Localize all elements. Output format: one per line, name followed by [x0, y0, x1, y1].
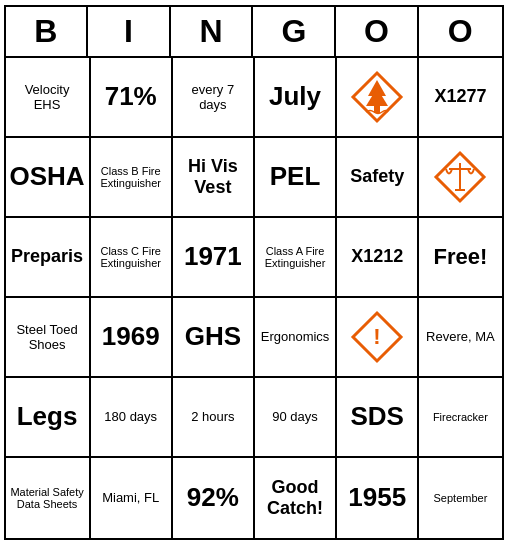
cell-text-r6c4: Good Catch! — [259, 477, 331, 519]
cell-r3c4: Class A Fire Extinguisher — [255, 218, 337, 298]
cell-text-r6c5: 1955 — [348, 482, 406, 513]
cell-r6c5: 1955 — [337, 458, 419, 538]
cell-r6c4: Good Catch! — [255, 458, 337, 538]
cell-text-r6c2: Miami, FL — [102, 490, 159, 505]
cell-text-r5c6: Firecracker — [433, 411, 488, 423]
cell-r1c1: Velocity EHS — [6, 58, 91, 138]
cell-text-r2c2: Class B Fire Extinguisher — [95, 165, 167, 189]
scale-diamond-icon — [433, 150, 487, 204]
cell-text-r5c4: 90 days — [272, 409, 318, 424]
cell-r3c1: Preparis — [6, 218, 91, 298]
cell-r6c1: Material Safety Data Sheets — [6, 458, 91, 538]
cell-r6c3: 92% — [173, 458, 255, 538]
cell-text-r1c6: X1277 — [434, 86, 486, 107]
header-g: G — [253, 7, 336, 56]
exclaim-diamond-icon: ! — [350, 310, 404, 364]
cell-r6c6: September — [419, 458, 501, 538]
cell-text-r2c5: Safety — [350, 166, 404, 187]
cell-r3c3: 1971 — [173, 218, 255, 298]
cell-r1c2: 71% — [91, 58, 173, 138]
cell-r3c5: X1212 — [337, 218, 419, 298]
cell-text-r3c2: Class C Fire Extinguisher — [95, 245, 167, 269]
cell-r2c4: PEL — [255, 138, 337, 218]
header-o2: O — [419, 7, 502, 56]
cell-r5c1: Legs — [6, 378, 91, 458]
cell-text-r5c2: 180 days — [104, 409, 157, 424]
cell-r4c6: Revere, MA — [419, 298, 501, 378]
cell-r4c3: GHS — [173, 298, 255, 378]
cell-r5c5: SDS — [337, 378, 419, 458]
cell-r1c4: July — [255, 58, 337, 138]
cell-text-r4c1: Steel Toed Shoes — [10, 322, 85, 352]
cell-r4c4: Ergonomics — [255, 298, 337, 378]
cell-text-r3c3: 1971 — [184, 241, 242, 272]
cell-text-r1c3: every 7 days — [177, 82, 249, 112]
cell-text-r2c1: OSHA — [10, 161, 85, 192]
cell-r1c5 — [337, 58, 419, 138]
cell-text-r6c3: 92% — [187, 482, 239, 513]
cell-text-r4c4: Ergonomics — [261, 329, 330, 344]
cell-text-r3c4: Class A Fire Extinguisher — [259, 245, 331, 269]
cell-r1c6: X1277 — [419, 58, 501, 138]
cell-r5c4: 90 days — [255, 378, 337, 458]
cell-text-r4c3: GHS — [185, 321, 241, 352]
cell-r3c2: Class C Fire Extinguisher — [91, 218, 173, 298]
cell-text-r5c1: Legs — [17, 401, 78, 432]
cell-r4c1: Steel Toed Shoes — [6, 298, 91, 378]
header-i: I — [88, 7, 171, 56]
bingo-header: B I N G O O — [6, 7, 502, 58]
cell-text-r2c3: Hi Vis Vest — [177, 156, 249, 198]
cell-r4c5: ! — [337, 298, 419, 378]
header-o1: O — [336, 7, 419, 56]
cell-r2c2: Class B Fire Extinguisher — [91, 138, 173, 218]
cell-text-r3c5: X1212 — [351, 246, 403, 267]
cell-text-r3c1: Preparis — [11, 246, 83, 267]
cell-r1c3: every 7 days — [173, 58, 255, 138]
cell-text-r4c2: 1969 — [102, 321, 160, 352]
cell-r5c6: Firecracker — [419, 378, 501, 458]
cell-text-r1c4: July — [269, 81, 321, 112]
cell-r5c3: 2 hours — [173, 378, 255, 458]
cell-text-r6c6: September — [434, 492, 488, 504]
bingo-grid: Velocity EHS71%every 7 daysJuly X1277OSH… — [6, 58, 502, 538]
cell-text-r3c6: Free! — [434, 244, 488, 270]
cell-text-r4c6: Revere, MA — [426, 329, 495, 344]
env-diamond-icon — [350, 70, 404, 124]
cell-text-r5c3: 2 hours — [191, 409, 234, 424]
cell-text-r2c4: PEL — [270, 161, 321, 192]
cell-text-r5c5: SDS — [350, 401, 403, 432]
cell-r5c2: 180 days — [91, 378, 173, 458]
cell-r2c5: Safety — [337, 138, 419, 218]
cell-text-r1c1: Velocity EHS — [10, 82, 85, 112]
cell-r3c6: Free! — [419, 218, 501, 298]
cell-r2c3: Hi Vis Vest — [173, 138, 255, 218]
svg-text:!: ! — [374, 324, 381, 349]
cell-text-r1c2: 71% — [105, 81, 157, 112]
cell-r2c6 — [419, 138, 501, 218]
header-b: B — [6, 7, 89, 56]
cell-text-r6c1: Material Safety Data Sheets — [10, 486, 85, 510]
cell-r2c1: OSHA — [6, 138, 91, 218]
cell-r6c2: Miami, FL — [91, 458, 173, 538]
cell-r4c2: 1969 — [91, 298, 173, 378]
bingo-card: B I N G O O Velocity EHS71%every 7 daysJ… — [4, 5, 504, 540]
header-n: N — [171, 7, 254, 56]
